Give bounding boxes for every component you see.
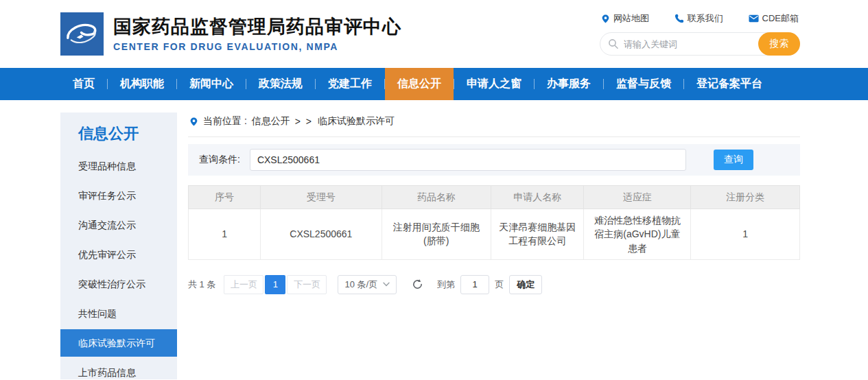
main-nav: 首页 机构职能 新闻中心 政策法规 党建工作 信息公开 申请人之窗 办事服务 监…: [0, 68, 868, 100]
sidebar-item-common-issues[interactable]: 共性问题: [60, 300, 177, 327]
nav-item-info-disclosure[interactable]: 信息公开: [385, 68, 454, 100]
col-header-seq: 序号: [189, 186, 261, 209]
search-button[interactable]: 搜索: [758, 32, 800, 56]
breadcrumb-separator: > >: [295, 116, 313, 127]
col-header-indication: 适应症: [584, 186, 691, 209]
cde-logo: [60, 12, 104, 56]
location-pin-icon: [601, 14, 610, 24]
nav-item-party[interactable]: 党建工作: [316, 68, 384, 100]
col-header-acceptance-no: 受理号: [261, 186, 382, 209]
cell-drug-name: 注射用间充质干细胞(脐带): [382, 209, 491, 260]
site-subtitle: CENTER FOR DRUG EVALUATION, NMPA: [113, 41, 401, 52]
sidebar-item-marketed-drugs[interactable]: 上市药品信息: [60, 359, 177, 380]
sidebar-item-priority-review[interactable]: 优先审评公示: [60, 241, 177, 268]
sidebar-title: 信息公开: [60, 112, 177, 152]
goto-confirm-button[interactable]: 确定: [509, 275, 542, 294]
sidebar-item-communication[interactable]: 沟通交流公示: [60, 211, 177, 239]
sidebar-item-accepted-varieties[interactable]: 受理品种信息: [60, 152, 177, 180]
nav-item-registration-platform[interactable]: 登记备案平台: [684, 68, 775, 100]
query-label: 查询条件:: [199, 154, 240, 166]
nav-item-supervision[interactable]: 监督与反馈: [604, 68, 683, 100]
brand: 国家药品监督管理局药品审评中心 CENTER FOR DRUG EVALUATI…: [60, 12, 401, 56]
current-page-button[interactable]: 1: [265, 275, 285, 294]
sidebar: 信息公开 受理品种信息 审评任务公示 沟通交流公示 优先审评公示 突破性治疗公示…: [60, 112, 177, 379]
goto-suffix: 页: [495, 278, 504, 291]
header-search: 搜索: [600, 32, 800, 56]
site-header: 国家药品监督管理局药品审评中心 CENTER FOR DRUG EVALUATI…: [0, 0, 868, 68]
pagination: 共 1 条 上一页 1 下一页 10 条/页 到第 页 确定: [188, 275, 800, 294]
main-panel: 当前位置 : 信息公开 > > 临床试验默示许可 查询条件: 查询 序号 受理号…: [188, 112, 800, 379]
next-page-button[interactable]: 下一页: [287, 275, 327, 294]
mailbox-link[interactable]: CDE邮箱: [749, 12, 799, 25]
contact-label: 联系我们: [688, 12, 723, 25]
phone-icon: [675, 14, 684, 23]
nav-item-services[interactable]: 办事服务: [535, 68, 603, 100]
nav-item-news[interactable]: 新闻中心: [177, 68, 246, 100]
nav-item-policies[interactable]: 政策法规: [246, 68, 315, 100]
table-row: 1 CXSL2500661 注射用间充质干细胞(脐带) 天津昂赛细胞基因工程有限…: [189, 209, 800, 260]
col-header-applicant: 申请人名称: [491, 186, 584, 209]
query-condition-input[interactable]: [250, 149, 686, 171]
brand-text: 国家药品监督管理局药品审评中心 CENTER FOR DRUG EVALUATI…: [113, 16, 401, 51]
sidebar-item-clinical-trial-implied-license[interactable]: 临床试验默示许可: [60, 329, 177, 357]
cell-acceptance-no: CXSL2500661: [261, 209, 382, 260]
col-header-registration-class: 注册分类: [691, 186, 800, 209]
pagination-total: 共 1 条: [188, 278, 215, 291]
query-bar: 查询条件: 查询: [188, 144, 800, 176]
goto-prefix: 到第: [437, 278, 455, 291]
goto-page-input[interactable]: [460, 275, 489, 294]
refresh-icon: [412, 278, 423, 290]
goto-page-group: 到第 页 确定: [437, 275, 542, 294]
mailbox-label: CDE邮箱: [762, 12, 799, 25]
content-area: 信息公开 受理品种信息 审评任务公示 沟通交流公示 优先审评公示 突破性治疗公示…: [0, 100, 868, 379]
sidebar-item-review-tasks[interactable]: 审评任务公示: [60, 182, 177, 209]
table-header-row: 序号 受理号 药品名称 申请人名称 适应症 注册分类: [189, 186, 800, 209]
cell-registration-class: 1: [691, 209, 800, 260]
nav-item-home[interactable]: 首页: [60, 68, 107, 100]
location-pin-icon: [189, 117, 198, 127]
prev-page-button[interactable]: 上一页: [224, 275, 263, 294]
cell-indication: 难治性急性移植物抗宿主病(aGvHD)儿童患者: [584, 209, 691, 260]
breadcrumb-prefix: 当前位置 :: [203, 115, 247, 128]
site-title: 国家药品监督管理局药品审评中心: [113, 16, 401, 38]
quick-links: 网站地图 联系我们 CDE邮箱: [600, 12, 800, 25]
sidebar-item-breakthrough-therapy[interactable]: 突破性治疗公示: [60, 270, 177, 298]
envelope-icon: [749, 14, 759, 23]
nav-item-applicant-window[interactable]: 申请人之窗: [454, 68, 534, 100]
col-header-drug-name: 药品名称: [382, 186, 491, 209]
cell-applicant: 天津昂赛细胞基因工程有限公司: [491, 209, 584, 260]
breadcrumb-section[interactable]: 信息公开: [252, 115, 290, 128]
search-icon: [608, 38, 619, 49]
query-button[interactable]: 查询: [714, 150, 753, 170]
refresh-button[interactable]: [412, 278, 423, 290]
breadcrumb-current: 临床试验默示许可: [318, 115, 395, 128]
chevron-down-icon: [383, 282, 390, 287]
contact-link[interactable]: 联系我们: [675, 12, 723, 25]
nav-item-functions[interactable]: 机构职能: [108, 68, 176, 100]
results-table: 序号 受理号 药品名称 申请人名称 适应症 注册分类 1 CXSL2500661…: [188, 185, 800, 260]
cell-seq: 1: [189, 209, 261, 260]
sitemap-link[interactable]: 网站地图: [601, 12, 649, 25]
page-size-value: 10 条/页: [344, 278, 377, 291]
sitemap-label: 网站地图: [613, 12, 649, 25]
page-size-select[interactable]: 10 条/页: [338, 275, 397, 294]
breadcrumb: 当前位置 : 信息公开 > > 临床试验默示许可: [188, 112, 800, 137]
header-right: 网站地图 联系我们 CDE邮箱 搜索: [600, 12, 800, 56]
